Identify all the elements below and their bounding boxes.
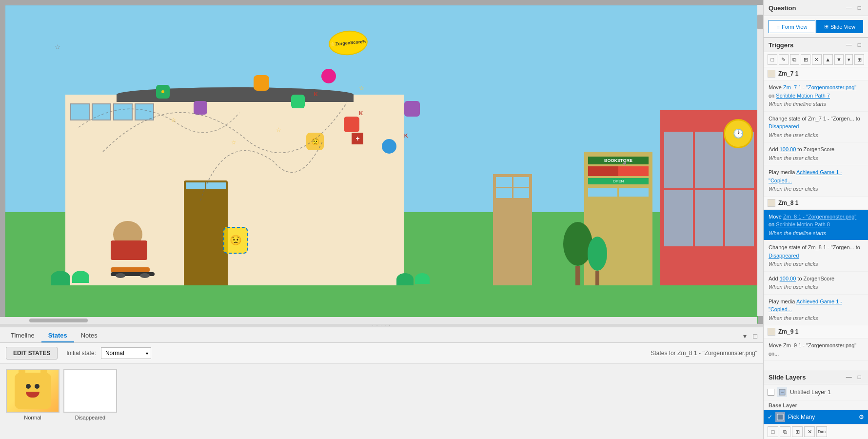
trigger-zm81-path-link[interactable]: Scribble Motion Path 8: [776, 221, 830, 227]
monster-2[interactable]: [194, 101, 207, 115]
trigger-zm71-path-link[interactable]: Scribble Motion Path 7: [776, 93, 830, 99]
layer-paste-btn[interactable]: ⊞: [792, 426, 803, 437]
slide-view-icon: ⊞: [824, 23, 829, 30]
trigger-delete-btn[interactable]: ✕: [812, 54, 822, 65]
trigger-zm81-move-when: When the timeline starts: [769, 229, 863, 238]
trigger-more-btn[interactable]: ▾: [845, 54, 853, 65]
question-collapse-btn[interactable]: —: [844, 4, 854, 12]
canvas-wrapper: ⭐ZorgenScore%: [5, 5, 758, 324]
trigger-group-zm91: Zm_9 1 Move Zm_9 1 - "Zorgenmonster.png"…: [764, 325, 868, 361]
layer-new-btn[interactable]: □: [768, 426, 778, 437]
base-layer-settings-btn[interactable]: ⚙: [859, 414, 864, 420]
trigger-zm71-play[interactable]: Play media Achieved Game 1 - "Copied... …: [764, 165, 868, 197]
layer-copy-btn[interactable]: ⧉: [780, 426, 790, 437]
edit-states-button[interactable]: EDIT STATES: [6, 347, 58, 359]
base-layer-icon: [775, 412, 785, 422]
slide-layers-collapse-btn[interactable]: —: [844, 373, 854, 381]
form-view-btn[interactable]: ≡ Form View: [769, 20, 815, 33]
tab-timeline[interactable]: Timeline: [4, 329, 41, 342]
slide-view-btn[interactable]: ⊞ Slide View: [816, 20, 863, 33]
arrow-1: K: [359, 110, 363, 116]
star-3: ☆: [276, 126, 281, 133]
trigger-zm81-play-link[interactable]: Achieved Game 1 - "Copied...: [769, 299, 842, 313]
trigger-zm71-move-link[interactable]: Zm_7 1 - "Zorgenmonster.png": [783, 84, 856, 90]
slide-layers-expand-btn[interactable]: □: [856, 373, 863, 381]
triggers-expand-btn[interactable]: □: [856, 41, 863, 49]
trigger-new-btn[interactable]: □: [768, 54, 777, 65]
canvas-hscroll-track[interactable]: [0, 317, 757, 324]
trigger-zm81-move[interactable]: Move Zm_8 1 - "Zorgenmonster.png" on Scr…: [764, 210, 868, 241]
state-item-disappeared[interactable]: Disappeared: [63, 369, 117, 434]
trigger-edit-btn[interactable]: ✎: [779, 54, 789, 65]
state-item-normal[interactable]: Normal: [6, 369, 59, 434]
triggers-collapse-btn[interactable]: —: [844, 41, 854, 49]
base-layer-item[interactable]: ✓ Pick Many ⚙: [764, 410, 868, 424]
monster-3[interactable]: [254, 75, 269, 91]
trigger-zm71-move-when: When the timeline starts: [769, 100, 863, 108]
slide-layers-content: Untitled Layer 1 Base Layer ✓ Pick Many …: [764, 384, 868, 439]
layer-checkbox-untitled1[interactable]: [768, 389, 774, 396]
bottom-tabs: Timeline States Notes ▾ □: [0, 327, 763, 343]
canvas-hscroll-thumb[interactable]: [29, 319, 88, 322]
selected-monster[interactable]: 😟: [223, 227, 248, 254]
state-thumb-disappeared: [63, 369, 117, 413]
initial-state-select[interactable]: Normal Disappeared: [101, 347, 151, 359]
layer-delete-btn[interactable]: ✕: [804, 426, 815, 437]
state-normal-label: Normal: [24, 415, 41, 420]
tree-right2: [588, 237, 607, 285]
monster-1[interactable]: [156, 85, 170, 99]
trigger-zm81-play[interactable]: Play media Achieved Game 1 - "Copied... …: [764, 295, 868, 326]
slide-canvas[interactable]: ⭐ZorgenScore%: [5, 5, 758, 324]
question-title: Question: [769, 4, 796, 12]
trigger-zm71-state-when: When the user clicks: [769, 131, 863, 140]
form-view-icon: ≡: [777, 24, 780, 30]
star-1: ☆: [171, 117, 176, 123]
bottom-tab-actions: ▾ □: [741, 331, 759, 341]
question-expand-btn[interactable]: □: [856, 4, 863, 12]
trigger-zm81-disappeared-link[interactable]: Disappeared: [769, 253, 799, 259]
zm71-name: Zm_7 1: [778, 70, 798, 77]
trigger-zm91-move[interactable]: Move Zm_9 1 - "Zorgenmonster.png" on...: [764, 339, 868, 361]
bushes-left: [51, 271, 89, 285]
left-arrow-building[interactable]: ◂: [622, 158, 626, 167]
trigger-zm81-move-link[interactable]: Zm_8 1 - "Zorgenmonster.png": [783, 214, 856, 220]
bottom-panel-expand-btn[interactable]: □: [751, 331, 759, 341]
trigger-zm81-add[interactable]: Add 100.00 to ZorgenScore When the user …: [764, 272, 868, 295]
view-toggle: ≡ Form View ⊞ Slide View: [769, 20, 863, 33]
layer-icon-untitled1: [777, 387, 787, 397]
monster-4[interactable]: [291, 95, 305, 108]
trigger-zm71-state[interactable]: Change state of Zm_7 1 - "Zorgen... to D…: [764, 112, 868, 143]
triggers-list: Zm_7 1 Move Zm_7 1 - "Zorgenmonster.png"…: [764, 67, 868, 370]
bottom-panel-collapse-btn[interactable]: ▾: [741, 331, 749, 341]
canvas-area: ⭐ZorgenScore%: [0, 0, 763, 324]
trigger-down-btn[interactable]: ▼: [834, 54, 844, 65]
trigger-up-btn[interactable]: ▲: [823, 54, 833, 65]
trigger-zm81-state[interactable]: Change state of Zm_8 1 - "Zorgen... to D…: [764, 240, 868, 272]
trigger-zm71-move[interactable]: Move Zm_7 1 - "Zorgenmonster.png" on Scr…: [764, 80, 868, 112]
trigger-copy-btn[interactable]: ⧉: [790, 54, 800, 65]
trigger-zm81-add-when: When the user clicks: [769, 283, 863, 291]
trigger-paste-btn[interactable]: ⊞: [801, 54, 810, 65]
canvas-vscroll-thumb[interactable]: [757, 15, 763, 29]
arrow-3: K: [314, 91, 318, 97]
layer-dim-btn[interactable]: Dim: [816, 426, 827, 437]
canvas-vscroll-track[interactable]: [757, 5, 763, 316]
trigger-zm81-add-link[interactable]: 100.00: [780, 276, 796, 281]
trigger-zm71-add-link[interactable]: 100.00: [780, 146, 796, 152]
trigger-zm71-add[interactable]: Add 100.00 to ZorgenScore When the user …: [764, 142, 868, 165]
app-container: ⭐ZorgenScore%: [0, 0, 868, 439]
trigger-zm71-play-link[interactable]: Achieved Game 1 - "Copied...: [769, 169, 842, 183]
trigger-expand-btn[interactable]: ⊞: [854, 54, 864, 65]
monster-7[interactable]: [344, 117, 359, 132]
main-area: ⭐ZorgenScore%: [0, 0, 763, 439]
tab-notes[interactable]: Notes: [74, 329, 104, 342]
monster-6[interactable]: 😟: [306, 133, 324, 150]
tan-building: [493, 174, 532, 285]
tab-states[interactable]: States: [41, 329, 74, 342]
triggers-title: Triggers: [769, 41, 793, 49]
trigger-zm71-disappeared-link[interactable]: Disappeared: [769, 123, 799, 129]
monster-8[interactable]: [382, 139, 396, 154]
monster-9[interactable]: [404, 101, 420, 117]
right-panel: Question — □ ≡ Form View ⊞ Slide View: [763, 0, 868, 439]
question-section: Question — □ ≡ Form View ⊞ Slide View: [764, 0, 868, 38]
